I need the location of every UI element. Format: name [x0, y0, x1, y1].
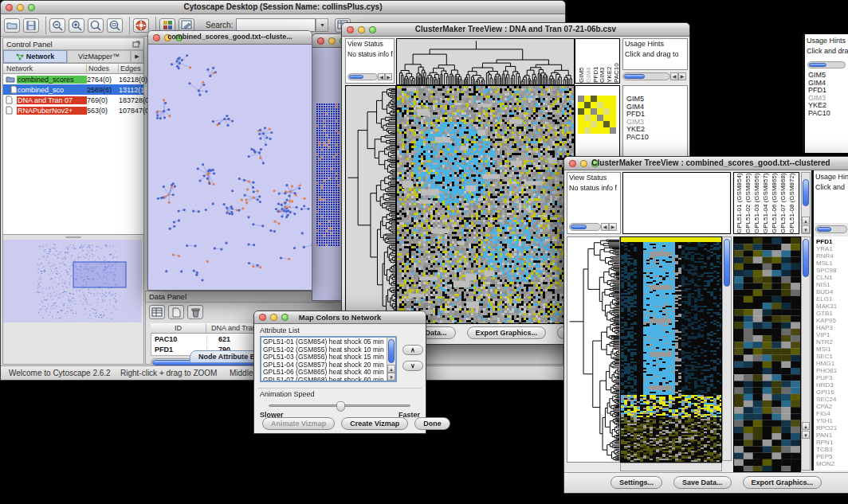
network-canvas[interactable]: [148, 45, 312, 290]
move-up-button[interactable]: ∧: [402, 345, 423, 355]
gene-label[interactable]: CPA2: [816, 403, 848, 410]
gene-label[interactable]: PUF3: [816, 374, 848, 381]
gene-label[interactable]: HAP3: [816, 324, 848, 331]
scroll-left-icon[interactable]: ◀: [378, 73, 385, 80]
gene-label[interactable]: YRA1: [816, 245, 848, 252]
save-icon[interactable]: [23, 18, 39, 33]
heatmap-hscrollbar[interactable]: [620, 463, 722, 471]
done-button[interactable]: Done: [414, 417, 450, 430]
gene-label-list[interactable]: GIM5GIM4PFD1GIM3YKE2PAC10: [805, 72, 848, 117]
zoom-out-icon[interactable]: [49, 18, 65, 33]
column-label[interactable]: GPL51-08 (GSM872): [788, 173, 795, 233]
slider-thumb[interactable]: [336, 401, 345, 412]
settings-button[interactable]: Settings...: [610, 476, 662, 489]
scroll-up-icon[interactable]: ▲: [802, 422, 810, 430]
gene-label[interactable]: SEC1: [816, 353, 848, 360]
column-label[interactable]: GPL51-07 (GSM868): [779, 173, 787, 233]
attribute-table-icon[interactable]: [149, 305, 165, 319]
export-graphics-button[interactable]: Export Graphics...: [467, 326, 547, 339]
scroll-down-icon[interactable]: ▼: [387, 373, 395, 381]
gene-label[interactable]: HRD3: [816, 381, 848, 389]
gene-label[interactable]: PEP5: [816, 453, 848, 460]
column-label[interactable]: GPL51-01 (GSM854): [736, 173, 743, 233]
scroll-down-icon[interactable]: ▼: [802, 225, 810, 233]
view-status-scrollbar[interactable]: [347, 73, 378, 80]
network-window-title-bar[interactable]: combined_scores_good.txt--cluste...: [148, 31, 312, 45]
column-label[interactable]: PAC10: [613, 39, 619, 83]
scroll-up-icon[interactable]: ▲: [802, 217, 810, 225]
column-label[interactable]: GPL51-03 (GSM856): [753, 173, 760, 233]
gene-label[interactable]: MAK31: [816, 303, 848, 310]
view-status-scrollbar[interactable]: [569, 223, 601, 231]
gene-label[interactable]: RPN1: [816, 439, 848, 446]
export-graphics-button[interactable]: Export Graphics...: [743, 476, 822, 489]
gene-label[interactable]: PAC10: [626, 134, 687, 142]
new-attribute-icon[interactable]: [168, 305, 184, 319]
tab-vizmapper[interactable]: VizMapper™: [67, 50, 131, 63]
delete-attribute-icon[interactable]: [187, 305, 203, 319]
scroll-up-icon[interactable]: ▲: [387, 365, 395, 373]
search-dropdown-icon[interactable]: ▾: [316, 18, 328, 32]
animation-speed-slider[interactable]: [269, 404, 410, 407]
save-data-button[interactable]: Save Data...: [673, 476, 732, 489]
global-heatmap-canvas[interactable]: [396, 85, 575, 324]
scroll-right-icon[interactable]: ▶: [609, 223, 617, 231]
network-row[interactable]: combined_sco2569(6)13112(15): [3, 84, 143, 95]
gene-label[interactable]: MSI1: [816, 346, 848, 353]
column-label[interactable]: GPL51-04 (GSM857): [762, 173, 769, 233]
gene-label[interactable]: NTR2: [816, 338, 848, 346]
row-dendrogram-canvas[interactable]: [345, 85, 396, 324]
scroll-down-icon[interactable]: ▼: [802, 431, 810, 439]
scroll-right-icon[interactable]: ▶: [678, 72, 686, 80]
network-table-header[interactable]: Network Nodes Edges: [3, 64, 143, 74]
gene-label[interactable]: PFD1: [816, 238, 848, 245]
main-title-bar[interactable]: Cytoscape Desktop (Session Name: collins…: [1, 1, 565, 14]
open-folder-icon[interactable]: [4, 18, 20, 33]
usage-hints-scrollbar[interactable]: [622, 72, 670, 80]
column-label[interactable]: GIM5: [578, 39, 584, 83]
gene-label[interactable]: YSH1: [816, 417, 848, 424]
network-row[interactable]: RNAPuberNov2+563(0)107847(0): [3, 105, 143, 115]
sliver-scrollbar[interactable]: [807, 61, 846, 68]
birdseye-view-canvas[interactable]: [3, 240, 142, 322]
gene-label[interactable]: RNR4: [816, 252, 848, 260]
column-label[interactable]: YKE2: [606, 39, 612, 83]
gene-label[interactable]: NIS1: [816, 281, 848, 288]
usage-hints-scrollbar[interactable]: [815, 225, 847, 233]
gene-label[interactable]: RPO21: [816, 424, 848, 432]
attribute-listbox[interactable]: GPL51-01 (GSM854) heat shock 05 minGPL51…: [260, 336, 397, 382]
column-dendrogram-canvas[interactable]: [396, 38, 575, 85]
column-label[interactable]: GPL51-06 (GSM865): [771, 173, 778, 233]
gene-label[interactable]: VIP1: [816, 331, 848, 338]
gene-label[interactable]: TCB3: [816, 446, 848, 453]
gene-label[interactable]: HMG1: [816, 360, 848, 367]
scroll-left-icon[interactable]: ◀: [670, 72, 678, 80]
zoom-fit-icon[interactable]: [107, 18, 123, 33]
column-label[interactable]: GIM3: [599, 39, 605, 83]
global-heatmap-canvas[interactable]: [620, 236, 722, 463]
treeview2-title-bar[interactable]: ClusterMaker TreeView : combined_scores_…: [564, 157, 848, 170]
heatmap-vscrollbar[interactable]: [722, 236, 732, 461]
network-row[interactable]: combined_scores2764(0)16218(0): [3, 74, 143, 84]
gene-label[interactable]: PAN1: [816, 432, 848, 439]
gene-label[interactable]: ELG1: [816, 295, 848, 303]
gene-label[interactable]: PAC10: [808, 110, 848, 118]
help-lifesaver-icon[interactable]: [133, 18, 149, 33]
column-label[interactable]: GPL51-02 (GSM855): [744, 173, 752, 233]
column-labels-scrollbar[interactable]: ▲ ▼: [801, 172, 811, 234]
attribute-list-item[interactable]: GPL51-07 (GSM868) heat shock 60 min: [263, 377, 394, 383]
zoom-in-icon[interactable]: [69, 18, 84, 33]
gene-label[interactable]: SEC24: [816, 396, 848, 403]
row-dendrogram-canvas[interactable]: [567, 236, 620, 463]
zoom-heatmap-canvas[interactable]: [733, 236, 801, 472]
gene-label[interactable]: KAP95: [816, 317, 848, 324]
column-label[interactable]: GIM4: [585, 39, 591, 83]
gene-label[interactable]: MSL1: [816, 260, 848, 267]
gene-label[interactable]: GPI16: [816, 389, 848, 396]
gene-label[interactable]: FIG4: [816, 410, 848, 417]
treeview1-title-bar[interactable]: ClusterMaker TreeView : DNA and Tran 07-…: [342, 23, 689, 37]
float-panel-icon[interactable]: [132, 41, 140, 48]
move-down-button[interactable]: ∨: [402, 361, 423, 371]
gene-label[interactable]: MON2: [816, 460, 848, 467]
zoom-selected-icon[interactable]: [88, 18, 104, 33]
